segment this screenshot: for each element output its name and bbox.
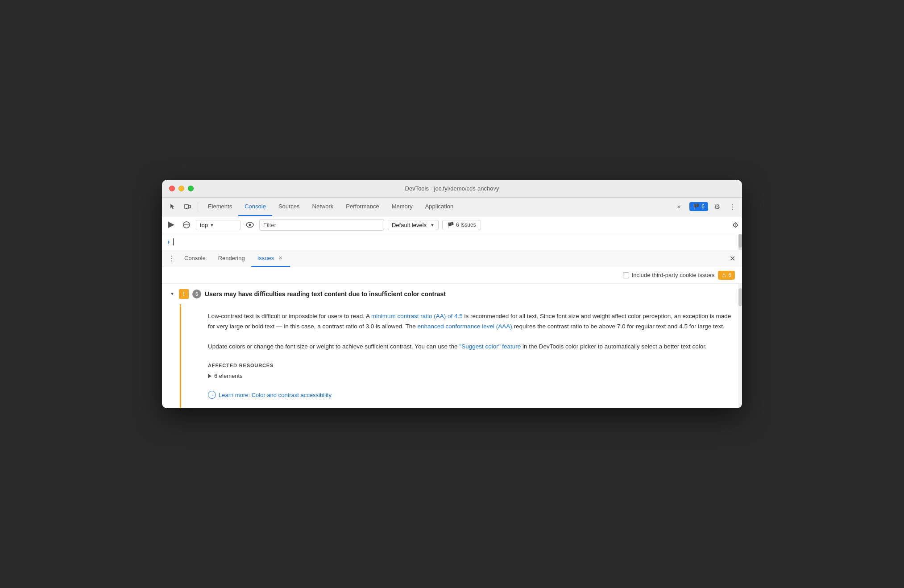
- close-panel-icon[interactable]: ✕: [726, 252, 738, 265]
- elements-toggle[interactable]: 6 elements: [208, 372, 735, 380]
- sub-tab-rendering[interactable]: Rendering: [212, 250, 251, 267]
- live-expressions-icon[interactable]: [244, 219, 256, 231]
- filter-input[interactable]: [259, 219, 384, 231]
- issue-title: Users may have difficulties reading text…: [205, 290, 446, 298]
- issues-icon: 🏴: [693, 203, 700, 210]
- sub-tab-issues[interactable]: Issues ✕: [251, 250, 290, 267]
- issues-badge-btn[interactable]: 🏴 6: [689, 202, 708, 211]
- affected-resources: AFFECTED RESOURCES 6 elements: [208, 357, 735, 385]
- main-tab-nav: Elements Console Sources Network Perform…: [202, 197, 669, 216]
- circle-arrow-icon: →: [208, 391, 216, 399]
- triangle-right-icon: [208, 374, 211, 378]
- tab-network[interactable]: Network: [306, 197, 340, 216]
- issue-area: ▼ ! 6 Users may have difficulties readin…: [162, 284, 742, 409]
- warning-icon: ⚠: [722, 272, 726, 278]
- input-scrollbar: [738, 234, 742, 250]
- no-entry-icon[interactable]: [181, 219, 192, 231]
- checkbox-row: Include third-party cookie issues ⚠ 6: [162, 267, 742, 284]
- title-bar: DevTools - jec.fyi/demo/cds-anchovy: [162, 180, 742, 198]
- issue-body: Low-contrast text is difficult or imposs…: [180, 304, 742, 408]
- toolbar-right: » 🏴 6 ⚙ ⋮: [671, 197, 738, 216]
- issue-warning-icon: !: [179, 289, 189, 299]
- flag-icon: 🏴: [447, 222, 454, 228]
- sub-tabs-bar: ⋮ Console Rendering Issues ✕ ✕: [162, 250, 742, 267]
- warning-count-badge[interactable]: ⚠ 6: [718, 271, 735, 280]
- chevron-down-icon: ▼: [169, 291, 175, 297]
- issue-count-badge: 6: [192, 290, 201, 298]
- tab-elements[interactable]: Elements: [202, 197, 238, 216]
- device-icon: [184, 203, 191, 210]
- log-levels-selector[interactable]: Default levels ▼: [388, 220, 439, 230]
- devtools-window: DevTools - jec.fyi/demo/cds-anchovy Elem…: [162, 180, 742, 409]
- console-cursor[interactable]: [173, 237, 737, 246]
- levels-dropdown-icon: ▼: [430, 223, 435, 228]
- eye-icon: [246, 222, 254, 228]
- cursor-icon-btn[interactable]: [166, 200, 179, 213]
- tab-performance[interactable]: Performance: [340, 197, 385, 216]
- issue-header[interactable]: ▼ ! 6 Users may have difficulties readin…: [162, 284, 742, 304]
- tab-application[interactable]: Application: [419, 197, 460, 216]
- console-settings-icon[interactable]: ⚙: [732, 221, 738, 229]
- svg-marker-3: [168, 222, 174, 228]
- maximize-button[interactable]: [188, 186, 194, 191]
- close-button[interactable]: [169, 186, 175, 191]
- third-party-checkbox[interactable]: [623, 272, 629, 278]
- console-bar: top ▼ Default levels ▼ 🏴 6 Issues ⚙: [162, 216, 742, 234]
- more-tabs-btn[interactable]: »: [671, 197, 687, 216]
- prompt-arrow-icon: ›: [167, 238, 170, 246]
- toolbar-separator: [198, 202, 198, 211]
- tab-memory[interactable]: Memory: [386, 197, 419, 216]
- svg-point-7: [249, 224, 251, 226]
- issue-group: ▼ ! 6 Users may have difficulties readin…: [162, 284, 742, 409]
- panel-scrollbar: [738, 284, 742, 409]
- window-title: DevTools - jec.fyi/demo/cds-anchovy: [405, 185, 499, 192]
- sub-tab-console[interactable]: Console: [178, 250, 212, 267]
- dropdown-arrow-icon: ▼: [210, 223, 214, 228]
- issues-count-btn[interactable]: 🏴 6 Issues: [442, 220, 481, 230]
- bottom-panel: ⋮ Console Rendering Issues ✕ ✕ Include t…: [162, 250, 742, 409]
- console-input-line: ›: [162, 234, 742, 250]
- block-icon: [183, 221, 190, 228]
- cursor-icon: [169, 203, 176, 210]
- svg-rect-1: [189, 205, 191, 208]
- settings-icon-btn[interactable]: ⚙: [711, 200, 723, 213]
- aaa-conformance-link[interactable]: enhanced conformance level (AAA): [417, 323, 512, 330]
- suggest-color-link[interactable]: "Suggest color" feature: [459, 343, 521, 350]
- sub-tabs-more-icon[interactable]: ⋮: [166, 252, 178, 265]
- third-party-checkbox-label[interactable]: Include third-party cookie issues: [623, 272, 715, 278]
- aa-contrast-link[interactable]: minimum contrast ratio (AA) of 4.5: [371, 313, 463, 319]
- tab-sources[interactable]: Sources: [272, 197, 306, 216]
- panel-scrollbar-thumb: [738, 288, 742, 306]
- learn-more-link[interactable]: → Learn more: Color and contrast accessi…: [208, 385, 735, 408]
- affected-label: AFFECTED RESOURCES: [208, 363, 735, 368]
- text-cursor: [173, 238, 174, 245]
- device-icon-btn[interactable]: [181, 200, 194, 213]
- expand-icon: [168, 222, 174, 228]
- close-issues-tab-icon[interactable]: ✕: [277, 254, 284, 261]
- devtools-toolbar: Elements Console Sources Network Perform…: [162, 198, 742, 216]
- minimize-button[interactable]: [178, 186, 184, 191]
- traffic-lights: [169, 186, 194, 191]
- context-selector[interactable]: top ▼: [196, 220, 241, 230]
- more-options-icon-btn[interactable]: ⋮: [726, 200, 738, 213]
- scrollbar-thumb: [738, 234, 742, 248]
- tab-console[interactable]: Console: [238, 197, 272, 216]
- issue-description: Low-contrast text is difficult or imposs…: [208, 304, 735, 358]
- expand-console-icon[interactable]: [166, 219, 177, 231]
